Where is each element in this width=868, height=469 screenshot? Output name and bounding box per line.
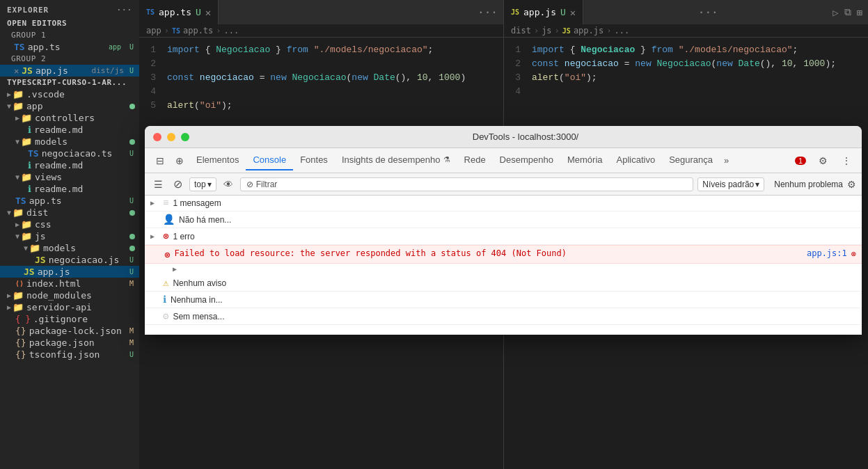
devtools-console-bar: ☰ ⊘ top ▾ 👁 ⊘ Filtrar Níveis padrão ▾ Ne… (145, 173, 862, 196)
traffic-light-green[interactable] (181, 133, 189, 141)
js-icon2: JS (35, 255, 46, 265)
tab-fontes[interactable]: Fontes (293, 150, 335, 170)
close-icon[interactable]: ✕ (14, 66, 19, 76)
sidebar-item-node-modules[interactable]: ▶ 📁 node_modules (0, 289, 139, 301)
chevron-right-icon3: ▶ (15, 221, 19, 228)
sidebar-item-app[interactable]: ▼ 📁 app (0, 100, 139, 112)
gitignore-label: .gitignore (33, 314, 139, 324)
sidebar-item-gitignore[interactable]: { } .gitignore (0, 313, 139, 325)
eye-icon[interactable]: 👁 (221, 177, 236, 192)
run-icon[interactable]: ▷ (833, 7, 838, 18)
sidebar-item-controllers[interactable]: ▶ 📁 controllers (0, 112, 139, 124)
clear-console-icon[interactable]: ⊘ (170, 177, 185, 192)
split-icon[interactable]: ⧉ (844, 6, 851, 18)
package-json-label: package.json (29, 337, 127, 348)
negociacao-ts-label: negociacao.ts (42, 148, 127, 159)
tab-overflow[interactable]: » (720, 155, 733, 166)
sidebar-item-js-models[interactable]: ▼ 📁 models (0, 242, 139, 254)
badge-m: M (127, 280, 136, 287)
sidebar-item-package-json[interactable]: {} package.json M (0, 337, 139, 349)
dot-green2 (129, 139, 135, 145)
tab-desempenho[interactable]: Desempenho (493, 150, 560, 170)
breadcrumb-filename2: app.js (574, 26, 603, 35)
folder-icon5: 📁 (21, 172, 32, 182)
console-group-info[interactable]: ℹ Nenhuma in... (145, 292, 862, 308)
sidebar-item-css[interactable]: ▶ 📁 css (0, 218, 139, 230)
tab-close-icon2[interactable]: ✕ (570, 7, 576, 18)
tab-seguranca[interactable]: Segurança (662, 150, 720, 170)
open-file-app-js[interactable]: ✕ JS app.js dist/js U (0, 65, 139, 77)
sidebar-item-negociacao-js[interactable]: JS negociacao.js U (0, 254, 139, 266)
code-line: 3 alert("oi"); (504, 71, 868, 85)
tab-console[interactable]: Console (246, 150, 293, 170)
console-settings-icon[interactable]: ⚙ (847, 179, 856, 190)
sidebar-item-views[interactable]: ▼ 📁 views (0, 171, 139, 183)
sidebar-toggle-icon[interactable]: ☰ (150, 177, 166, 192)
models-label: models (35, 136, 129, 147)
sidebar-item-servidor-api[interactable]: ▶ 📁 servidor-api (0, 301, 139, 313)
error-link[interactable]: app.js:1 (807, 248, 847, 258)
context-dropdown[interactable]: top ▾ (189, 177, 216, 191)
console-group-verbose[interactable]: ⚙ Sem mensa... (145, 308, 862, 325)
context-label: top (194, 180, 206, 189)
console-group-errors[interactable]: ▶ ⊗ 1 erro (145, 228, 862, 245)
tab-app-ts[interactable]: TS app.ts U ✕ (139, 0, 219, 24)
badge-u3: U (127, 67, 136, 74)
sidebar-item-readme-views[interactable]: ℹ readme.md (0, 183, 139, 195)
tab-aplicativo[interactable]: Aplicativo (610, 150, 663, 170)
warnings-label: Nenhum aviso (173, 278, 226, 288)
filter-icon: ⊘ (246, 180, 253, 189)
devtools-cursor-icon[interactable]: ⊕ (170, 151, 189, 170)
traffic-light-yellow[interactable] (167, 133, 175, 141)
console-group-no-user[interactable]: 👤 Não há men... (145, 212, 862, 228)
tab-memoria[interactable]: Memória (560, 150, 610, 170)
sidebar-item-index-html[interactable]: ⟨⟩ index.html M (0, 278, 139, 289)
open-editors-label: OPEN EDITORS (0, 17, 139, 29)
console-error-row[interactable]: ⊗ Failed to load resource: the server re… (145, 245, 862, 264)
console-expand-row[interactable]: ▶ (145, 264, 862, 275)
readme-models-label: readme.md (34, 160, 139, 170)
sidebar-item-app-js[interactable]: JS app.js U (0, 266, 139, 278)
badge-u7: U (127, 268, 136, 276)
devtools-settings-icon[interactable]: ⚙ (813, 151, 833, 170)
devtools-more-icon[interactable]: ⋮ (837, 151, 856, 170)
sidebar-item-readme-models[interactable]: ℹ readme.md (0, 159, 139, 171)
breadcrumb-more: ... (224, 26, 239, 35)
sidebar-item-dist[interactable]: ▼ 📁 dist (0, 207, 139, 218)
tab-insights[interactable]: Insights de desempenho ⚗ (335, 150, 457, 170)
sidebar-item-tsconfig[interactable]: {} tsconfig.json U (0, 349, 139, 360)
console-group-warnings[interactable]: ⚠ Nenhum aviso (145, 275, 862, 292)
console-group-messages[interactable]: ▶ ≡ 1 mensagem (145, 196, 862, 212)
tab-close-icon[interactable]: ✕ (205, 7, 211, 18)
badge-m2: M (127, 327, 136, 335)
tab-app-js[interactable]: JS app.js U ✕ (504, 0, 583, 24)
editor-right-more[interactable]: ··· (693, 0, 724, 24)
error-circle-icon: ⊗ (163, 230, 168, 242)
console-levels-dropdown[interactable]: Níveis padrão ▾ (697, 177, 764, 191)
layout-icon[interactable]: ⊞ (857, 7, 862, 18)
sidebar-item-app-ts[interactable]: TS app.ts U (0, 195, 139, 207)
levels-label: Níveis padrão (702, 180, 754, 189)
editor-left-more[interactable]: ··· (472, 0, 503, 24)
package-lock-label: package-lock.json (29, 326, 127, 336)
html-icon: ⟨⟩ (15, 280, 24, 287)
project-label: TYPESCRIPT-CURSO-1-AR... (0, 77, 139, 88)
open-file-app-ts[interactable]: TS app.ts app U (0, 41, 139, 53)
sidebar-item-models[interactable]: ▼ 📁 models (0, 136, 139, 148)
code-line: 2 (139, 57, 503, 71)
chevron-right-icon4: ▶ (7, 292, 11, 299)
sidebar-item-readme-controllers[interactable]: ℹ readme.md (0, 124, 139, 136)
filter-label: Filtrar (256, 180, 278, 189)
tab-rede[interactable]: Rede (457, 150, 493, 170)
console-filter-input[interactable]: ⊘ Filtrar (240, 177, 694, 191)
sidebar-item-js[interactable]: ▼ 📁 js (0, 230, 139, 242)
tab-elementos[interactable]: Elementos (189, 150, 246, 170)
traffic-light-red[interactable] (153, 133, 161, 141)
devtools-toggle-icon[interactable]: ⊟ (150, 151, 170, 170)
sidebar-item-negociacao-ts[interactable]: TS negociacao.ts U (0, 148, 139, 159)
info-icon: ℹ (28, 125, 31, 135)
sidebar-item-vscode[interactable]: ▶ 📁 .vscode (0, 88, 139, 100)
open-file-label: app.ts (28, 42, 106, 52)
sidebar-more-icon[interactable]: ··· (116, 6, 132, 15)
sidebar-item-package-lock[interactable]: {} package-lock.json M (0, 325, 139, 337)
